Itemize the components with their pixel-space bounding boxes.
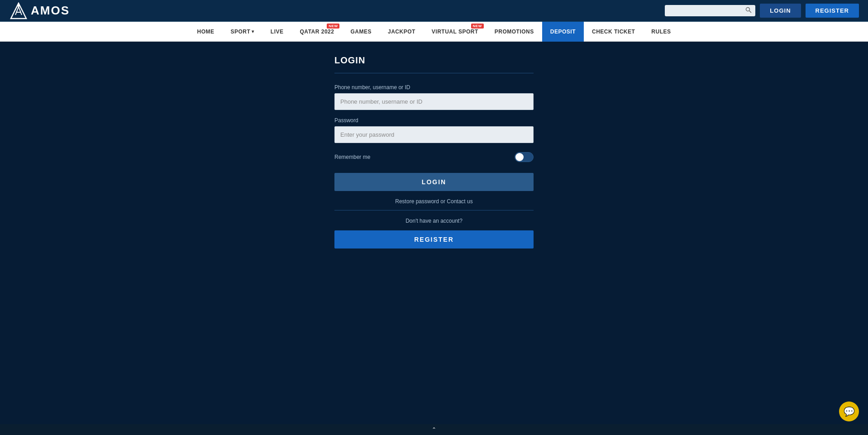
chat-icon: 💬	[844, 406, 855, 417]
username-label: Phone number, username or ID	[334, 84, 534, 91]
remember-toggle[interactable]	[515, 152, 534, 162]
chevron-down-icon: ▾	[252, 29, 254, 34]
remember-label: Remember me	[334, 154, 370, 160]
nav-bar: HOME SPORT ▾ LIVE NEW QATAR 2022 GAMES J…	[0, 22, 868, 42]
password-label: Password	[334, 117, 534, 124]
logo-icon	[9, 2, 28, 19]
nav-live[interactable]: LIVE	[262, 22, 292, 42]
login-submit-button[interactable]: LOGIN	[334, 173, 534, 191]
svg-point-2	[746, 8, 750, 11]
login-title: LOGIN	[334, 55, 534, 66]
username-group: Phone number, username or ID	[334, 84, 534, 110]
login-container: LOGIN Phone number, username or ID Passw…	[334, 55, 534, 249]
header: AMOS LOGIN REGISTER	[0, 0, 868, 22]
username-input[interactable]	[334, 93, 534, 110]
new-badge-qatar: NEW	[327, 24, 339, 29]
toggle-knob	[515, 153, 524, 161]
search-icon-button[interactable]	[745, 7, 752, 14]
new-badge-virtual: NEW	[471, 24, 484, 29]
nav-sport[interactable]: SPORT ▾	[223, 22, 262, 42]
search-input[interactable]	[668, 7, 745, 14]
nav-games[interactable]: GAMES	[342, 22, 380, 42]
nav-check-ticket[interactable]: CHECK TICKET	[584, 22, 643, 42]
chat-bubble[interactable]: 💬	[839, 402, 859, 421]
password-group: Password	[334, 117, 534, 143]
svg-line-3	[749, 11, 752, 13]
nav-home[interactable]: HOME	[189, 22, 223, 42]
main-content: LOGIN Phone number, username or ID Passw…	[0, 42, 868, 262]
nav-virtual-sport[interactable]: NEW VIRTUAL SPORT	[424, 22, 486, 42]
password-input[interactable]	[334, 126, 534, 143]
header-right: LOGIN REGISTER	[665, 4, 859, 18]
header-login-button[interactable]: LOGIN	[760, 4, 801, 18]
register-button[interactable]: REGISTER	[334, 230, 534, 249]
svg-point-1	[17, 4, 20, 7]
middle-divider	[334, 210, 534, 210]
top-divider	[334, 73, 534, 73]
logo[interactable]: AMOS	[9, 2, 70, 19]
nav-rules[interactable]: RULES	[643, 22, 679, 42]
logo-text: AMOS	[31, 4, 70, 18]
nav-promotions[interactable]: PROMOTIONS	[486, 22, 542, 42]
scroll-up-chevron[interactable]: ⌃	[432, 426, 436, 433]
restore-password-link[interactable]: Restore password or Contact us	[334, 198, 534, 205]
header-register-button[interactable]: REGISTER	[806, 4, 859, 18]
search-icon	[745, 7, 752, 13]
nav-qatar[interactable]: NEW QATAR 2022	[292, 22, 343, 42]
footer-bar: ⌃	[0, 424, 868, 435]
nav-jackpot[interactable]: JACKPOT	[380, 22, 424, 42]
remember-row: Remember me	[334, 150, 534, 164]
nav-deposit[interactable]: DEPOSIT	[542, 22, 584, 42]
no-account-text: Don't have an account?	[334, 218, 534, 224]
search-box	[665, 5, 755, 16]
